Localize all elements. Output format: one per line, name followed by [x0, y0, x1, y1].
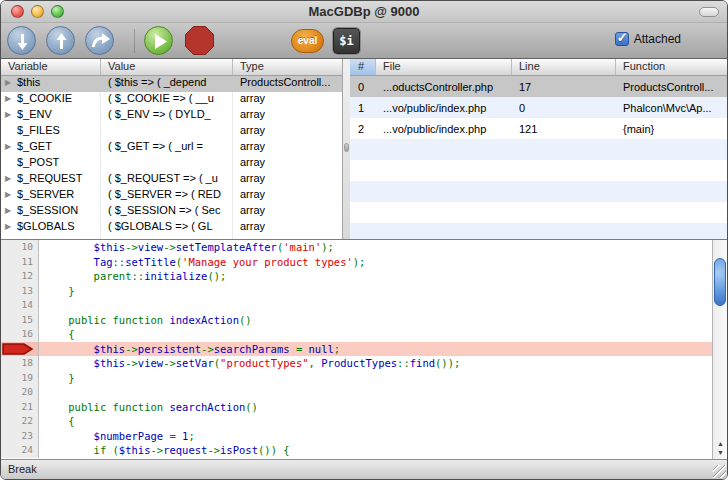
line-number-gutter[interactable]: 13	[1, 284, 39, 299]
inspector-button[interactable]: $i	[333, 28, 360, 54]
column-header-value[interactable]: Value	[101, 59, 233, 75]
code-line[interactable]: 16 {	[1, 327, 712, 342]
disclosure-triangle-icon[interactable]: ▶	[5, 174, 17, 183]
line-number-gutter[interactable]: 15	[1, 313, 39, 328]
step-in-button[interactable]	[7, 26, 36, 55]
line-number-gutter[interactable]: 24	[1, 443, 39, 458]
column-header-file[interactable]: File	[376, 59, 512, 75]
disclosure-triangle-icon[interactable]: ▶	[5, 190, 17, 199]
line-number-gutter[interactable]: 19	[1, 371, 39, 386]
variable-name-cell: ▶$this	[1, 76, 101, 92]
vertical-scrollbar[interactable]: ▲ ▼	[712, 240, 727, 459]
stack-table: # File Line Function 0...oductsControlle…	[350, 59, 727, 239]
table-row[interactable]: ▶$this( $this => ( _dependProductsContro…	[1, 76, 342, 92]
code-line[interactable]: 10 $this->view->setTemplateAfter('main')…	[1, 240, 712, 255]
code-line[interactable]: 18 $this->view->setVar("productTypes", P…	[1, 356, 712, 371]
frame-number-cell: 1	[350, 102, 376, 114]
disclosure-triangle-icon[interactable]: ▶	[5, 94, 17, 103]
frame-function-cell: {main}	[616, 123, 727, 135]
scrollbar-thumb[interactable]	[714, 258, 726, 306]
code-line[interactable]: 19 }	[1, 371, 712, 386]
stack-header: # File Line Function	[350, 59, 727, 76]
line-number-gutter[interactable]: 23	[1, 429, 39, 444]
step-out-button[interactable]	[46, 26, 75, 55]
disclosure-triangle-icon[interactable]: ▶	[5, 78, 17, 87]
step-over-button[interactable]	[85, 26, 114, 55]
variable-type-cell: array	[233, 124, 342, 140]
variable-value-cell: ( $_SERVER => ( RED	[101, 188, 233, 204]
frame-number-cell: 0	[350, 81, 376, 93]
run-button[interactable]	[144, 26, 173, 55]
line-number-gutter[interactable]: 12	[1, 269, 39, 284]
attached-label: Attached	[634, 32, 681, 46]
table-row[interactable]: ▶$GLOBALS( $GLOBALS => ( GLarray	[1, 220, 342, 236]
variable-name-cell: ▶$_REQUEST	[1, 172, 101, 188]
toolbar-toggle-button[interactable]	[699, 7, 719, 17]
table-row[interactable]: ▶$_GET( $_GET => ( _url =array	[1, 140, 342, 156]
code-text: {	[39, 414, 75, 429]
disclosure-triangle-icon[interactable]: ▶	[5, 110, 17, 119]
line-number-gutter[interactable]: 11	[1, 255, 39, 270]
variable-value-cell: ( $GLOBALS => ( GL	[101, 220, 233, 236]
table-row[interactable]: $_FILESarray	[1, 124, 342, 140]
column-header-function[interactable]: Function	[616, 59, 727, 75]
scroll-up-icon[interactable]: ▲	[713, 439, 727, 448]
variable-value-cell: ( $this => ( _depend	[101, 76, 233, 92]
variable-name-cell: ▶$_SESSION	[1, 204, 101, 220]
variable-name-cell: ▶$_COOKIE	[1, 92, 101, 108]
current-code-line[interactable]: 17 $this->persistent->searchParams = nul…	[1, 342, 712, 357]
code-text	[39, 298, 43, 313]
resize-grip-icon[interactable]	[713, 465, 726, 478]
code-text: parent::initialize();	[39, 269, 226, 284]
table-row[interactable]: $_POSTarray	[1, 156, 342, 172]
stack-frame-row[interactable]: 0...oductsController.php17ProductsContro…	[350, 76, 727, 97]
disclosure-triangle-icon[interactable]: ▶	[5, 222, 17, 231]
code-line[interactable]: 24 if ($this->request->isPost()) {	[1, 443, 712, 458]
code-line[interactable]: 12 parent::initialize();	[1, 269, 712, 284]
code-text: $this->persistent->searchParams = null;	[39, 342, 340, 357]
line-number-gutter[interactable]: 14	[1, 298, 39, 313]
code-line[interactable]: 11 Tag::setTitle('Manage your product ty…	[1, 255, 712, 270]
stack-frame-row[interactable]: 2...vo/public/index.php121{main}	[350, 118, 727, 139]
code-line[interactable]: 20	[1, 385, 712, 400]
table-row[interactable]: ▶$_SERVER( $_SERVER => ( REDarray	[1, 188, 342, 204]
variable-type-cell: ProductsControll...	[233, 76, 342, 92]
status-bar: Break	[1, 459, 727, 479]
scroll-down-icon[interactable]: ▼	[713, 448, 727, 457]
code-line[interactable]: 13 }	[1, 284, 712, 299]
table-row[interactable]: ▶$_ENV( $_ENV => ( DYLD_array	[1, 108, 342, 124]
toolbar-separator	[134, 29, 135, 53]
column-header-line[interactable]: Line	[512, 59, 616, 75]
line-number-gutter[interactable]: 20	[1, 385, 39, 400]
attached-checkbox[interactable]: ✓	[615, 32, 629, 46]
table-row[interactable]: ▶$_SESSION( $_SESSION => ( Secarray	[1, 204, 342, 220]
line-number-gutter[interactable]: 16	[1, 327, 39, 342]
frame-number-cell: 2	[350, 123, 376, 135]
code-line[interactable]: 21 public function searchAction()	[1, 400, 712, 415]
pane-splitter[interactable]	[343, 59, 350, 239]
column-header-number[interactable]: #	[350, 59, 376, 75]
line-number-gutter[interactable]: 10	[1, 240, 39, 255]
code-lines[interactable]: 10 $this->view->setTemplateAfter('main')…	[1, 240, 712, 459]
line-number-gutter[interactable]: 22	[1, 414, 39, 429]
table-row[interactable]: ▶$_REQUEST( $_REQUEST => ( _uarray	[1, 172, 342, 188]
code-line[interactable]: 22 {	[1, 414, 712, 429]
variable-name-cell: ▶$_ENV	[1, 108, 101, 124]
code-line[interactable]: 23 $numberPage = 1;	[1, 429, 712, 444]
line-number-gutter[interactable]: 18	[1, 356, 39, 371]
column-header-variable[interactable]: Variable	[1, 59, 101, 75]
eval-button[interactable]: eval	[291, 29, 324, 53]
code-text: $this->view->setTemplateAfter('main');	[39, 240, 334, 255]
column-header-type[interactable]: Type	[233, 59, 342, 75]
stop-button[interactable]	[185, 26, 214, 55]
table-row[interactable]: ▶$_COOKIE( $_COOKIE => ( __uarray	[1, 92, 342, 108]
scrollbar-arrows[interactable]: ▲ ▼	[713, 439, 727, 457]
code-line[interactable]: 14	[1, 298, 712, 313]
line-number-gutter[interactable]: 21	[1, 400, 39, 415]
variable-value-cell: ( $_REQUEST => ( _u	[101, 172, 233, 188]
variable-value-cell	[101, 124, 233, 140]
stack-frame-row[interactable]: 1...vo/public/index.php0Phalcon\Mvc\Ap..…	[350, 97, 727, 118]
disclosure-triangle-icon[interactable]: ▶	[5, 142, 17, 151]
code-line[interactable]: 15 public function indexAction()	[1, 313, 712, 328]
disclosure-triangle-icon[interactable]: ▶	[5, 206, 17, 215]
